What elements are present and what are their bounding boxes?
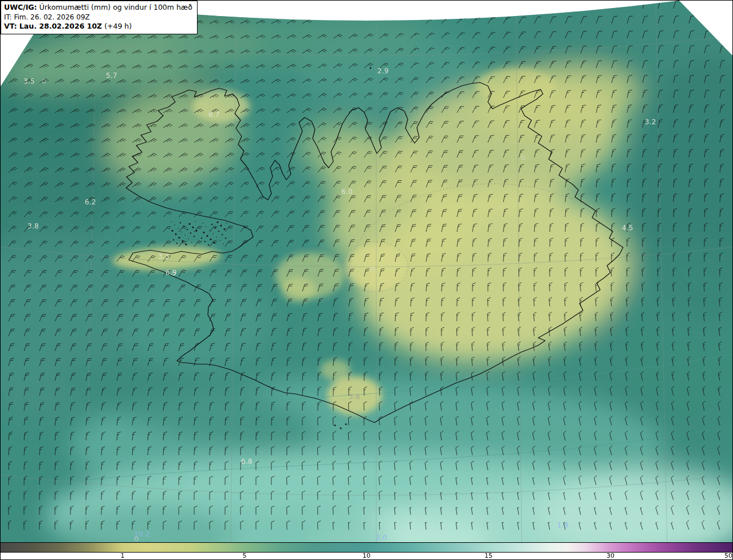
- islet-dot: [206, 235, 208, 236]
- islet-dot: [188, 238, 188, 239]
- precip-blob: [121, 270, 270, 373]
- valid-time: VT: Lau. 28.02.2026 10Z: [4, 22, 102, 30]
- colorbar-tick-label: 5: [242, 552, 246, 559]
- islet-dot: [334, 425, 336, 427]
- islet-dot: [192, 226, 194, 228]
- islet-dot: [202, 223, 203, 223]
- islet-dot: [208, 244, 209, 246]
- islet-dot: [187, 229, 188, 230]
- forecast-offset: (+49 h): [102, 22, 132, 30]
- precip-blob: [321, 360, 350, 380]
- islet-dot: [222, 234, 223, 235]
- colorbar-tick-label: 1: [121, 552, 125, 559]
- colorbar-gradient: [1, 542, 732, 553]
- islet-dot: [178, 228, 178, 228]
- islet-dot: [219, 240, 220, 240]
- islet-dot: [225, 238, 226, 239]
- islet-dot: [180, 222, 181, 223]
- islet-dot: [223, 228, 225, 230]
- islet-dot: [191, 242, 192, 242]
- islet-dot: [181, 231, 182, 232]
- colorbar-tick-label: 15: [484, 552, 492, 559]
- islet-dot: [204, 241, 206, 242]
- title-line-valid: VT: Lau. 28.02.2026 10Z (+49 h): [4, 22, 192, 31]
- precip-blob: [281, 277, 316, 302]
- islet-dot: [223, 243, 223, 244]
- islet-dot: [206, 226, 206, 227]
- precip-blob: [327, 376, 382, 415]
- init-time: IT: Fim. 26. 02. 2026 09Z: [4, 13, 192, 22]
- precip-blob: [298, 121, 379, 172]
- precip-blob: [192, 90, 250, 123]
- islet-dot: [171, 221, 171, 222]
- model-id: UWC/IG:: [4, 3, 37, 11]
- islet-dot: [203, 231, 204, 233]
- islet-dot: [340, 428, 342, 429]
- islet-dot: [216, 221, 218, 223]
- colorbar: 1510153050: [1, 542, 732, 559]
- islet-dot: [218, 231, 219, 232]
- islet-dot: [173, 239, 174, 240]
- colorbar-tick-labels: 1510153050: [1, 553, 732, 559]
- islet-dot: [184, 235, 185, 235]
- colorbar-tick-label: 10: [362, 552, 371, 559]
- colorbar-tick-label: 50: [724, 552, 732, 559]
- islet-dot: [211, 224, 212, 225]
- islet-dot: [174, 224, 175, 225]
- colorbar-tick-label: 30: [606, 552, 614, 559]
- islet-dot: [201, 238, 202, 239]
- islet-dot: [185, 243, 187, 245]
- islet-dot: [370, 68, 372, 69]
- islet-dot: [175, 233, 176, 235]
- islet-dot: [220, 224, 222, 226]
- islet-dot: [210, 238, 211, 240]
- islet-dot: [178, 236, 180, 238]
- islet-dot: [188, 223, 190, 224]
- islet-dot: [212, 233, 213, 234]
- islet-dot: [226, 223, 227, 223]
- precipitation-wind-map: [1, 1, 733, 560]
- islet-dot: [171, 230, 173, 231]
- title-line-model: UWC/IG: Úrkomumætti (mm) og vindur í 100…: [4, 3, 192, 13]
- islet-dot: [195, 221, 195, 222]
- islet-dot: [216, 236, 216, 237]
- weather-map-viewport: 3.55.76.72.93.26.23.86.04.53.36.93.66.81…: [0, 0, 733, 560]
- islet-dot: [190, 232, 191, 234]
- islet-dot: [194, 236, 195, 237]
- islet-dot: [345, 424, 347, 425]
- map-title-box: UWC/IG: Úrkomumætti (mm) og vindur í 100…: [1, 1, 198, 34]
- islet-dot: [176, 243, 178, 244]
- map-title: Úrkomumætti (mm) og vindur í 100m hæð: [37, 3, 192, 11]
- islet-dot: [209, 230, 210, 230]
